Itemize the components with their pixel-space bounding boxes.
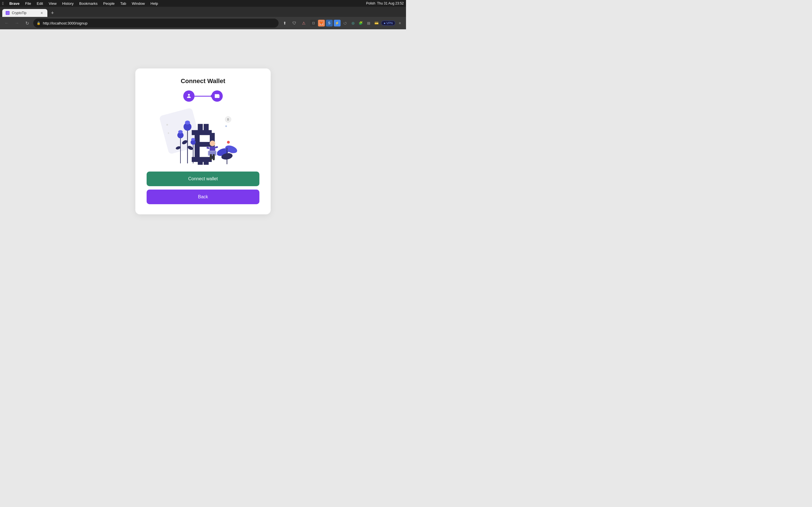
svg-point-6 [181,139,188,145]
person-svg [205,140,220,163]
menu-people[interactable]: People [101,1,117,6]
menu-help[interactable]: Help [148,1,160,6]
sidebar-icon[interactable]: ▤ [365,20,372,26]
card-title: Connect Wallet [181,77,225,85]
menu-icon[interactable]: ≡ [396,20,403,26]
menu-tab[interactable]: Tab [118,1,129,6]
wallet-step-icon [214,93,220,99]
share-icon[interactable]: ⬆ [281,19,289,27]
menu-bookmarks[interactable]: Bookmarks [77,1,100,6]
toolbar: ← → ↻ 🔒 ⬆ 🛡 ⚠ ⊡ 🦊 S ⚡ ⭯ ◎ 🧩 ▤ 💳 ● VPN ≡ [0,17,406,29]
svg-point-5 [185,121,190,124]
step-connector [195,96,211,97]
menu-history[interactable]: History [60,1,76,6]
svg-point-24 [227,141,230,144]
step-2-circle [211,91,223,102]
svg-point-7 [187,145,193,151]
step-1-circle [183,91,195,102]
tab-favicon: ⬡ [6,11,10,15]
forward-button[interactable]: → [13,19,21,27]
active-tab[interactable]: ⬡ CryptoTip × [2,9,47,17]
ext-icon-1[interactable]: ⊡ [310,20,317,26]
menu-file[interactable]: File [23,1,33,6]
brave-shield-icon[interactable]: 🛡 [290,19,298,27]
wallet-icon[interactable]: 💳 [373,20,380,26]
ext-icon-2[interactable]: 🦊 [318,20,325,26]
menu-language: Polish [366,1,375,5]
tab-bar: ⬡ CryptoTip × + [0,7,406,17]
alert-icon[interactable]: ⚠ [300,19,308,27]
plant-svg [217,139,243,165]
svg-point-10 [178,130,183,133]
tab-close-button[interactable]: × [40,11,44,15]
connect-wallet-card: Connect Wallet [135,68,271,214]
menu-datetime: Thu 31 Aug 23:52 [377,1,404,5]
svg-rect-20 [210,154,212,160]
small-dot-1 [166,124,168,126]
person-icon [186,93,192,99]
puzzle-icon[interactable]: 🧩 [357,20,364,26]
menu-bar-left:  Brave File Edit View History Bookmarks… [2,1,160,6]
menu-view[interactable]: View [47,1,59,6]
ext-icon-6[interactable]: ◎ [350,20,356,26]
svg-rect-2 [215,94,219,95]
back-button[interactable]: Back [147,189,259,204]
small-dot-2 [168,132,169,134]
ext-icon-3[interactable]: S [326,20,333,26]
page-content: Connect Wallet [0,29,406,253]
toolbar-icons: ⬆ 🛡 ⚠ [281,19,308,27]
back-button[interactable]: ← [3,19,11,27]
svg-rect-1 [215,95,220,98]
svg-point-16 [210,140,215,146]
svg-rect-21 [213,154,215,160]
ext-icon-4[interactable]: ⚡ [334,20,341,26]
svg-point-14 [191,138,195,141]
flowers-svg [172,114,206,165]
lock-icon: 🔒 [37,21,41,25]
connect-wallet-button[interactable]: Connect wallet [147,172,259,186]
vpn-badge[interactable]: ● VPN [381,20,395,25]
address-bar-container[interactable]: 🔒 [33,18,278,27]
address-bar[interactable] [43,21,275,25]
menu-bar:  Brave File Edit View History Bookmarks… [0,0,406,7]
svg-rect-22 [206,147,209,149]
apple-menu[interactable]:  [2,1,4,6]
reload-button[interactable]: ↻ [23,19,31,27]
new-tab-button[interactable]: + [49,9,56,17]
svg-point-0 [188,94,190,96]
browser-chrome: ⬡ CryptoTip × + ← → ↻ 🔒 ⬆ 🛡 ⚠ ⊡ 🦊 S ⚡ ⭯ … [0,7,406,29]
menu-brave[interactable]: Brave [7,1,22,6]
menu-edit[interactable]: Edit [35,1,45,6]
illustration: B [147,108,259,165]
svg-rect-23 [215,146,218,148]
menu-bar-right: Polish Thu 31 Aug 23:52 [366,1,404,5]
ext-icon-5[interactable]: ⭯ [342,20,349,26]
menu-window[interactable]: Window [130,1,147,6]
step-indicator [183,91,223,102]
svg-rect-19 [209,151,216,155]
tab-title: CryptoTip [12,11,37,15]
extension-icons: ⊡ 🦊 S ⚡ ⭯ ◎ 🧩 ▤ 💳 ● VPN ≡ [310,20,403,26]
